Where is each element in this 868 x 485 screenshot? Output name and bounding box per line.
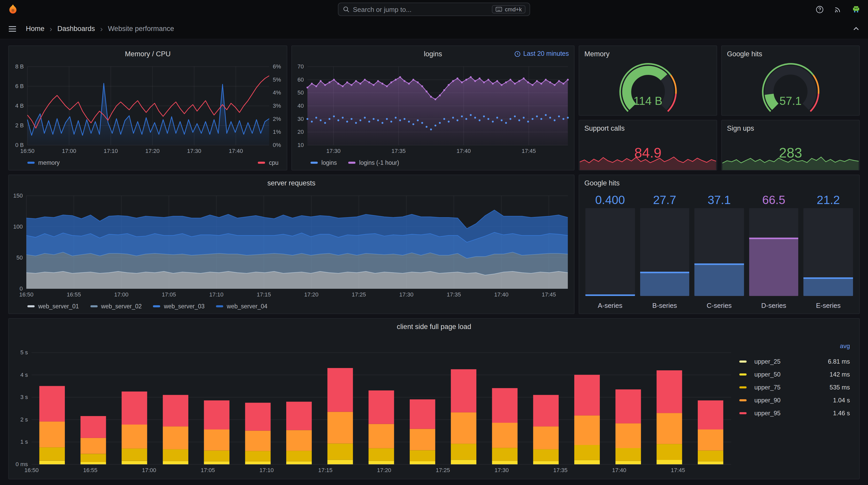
svg-text:57.1: 57.1	[779, 95, 802, 107]
svg-text:17:20: 17:20	[304, 291, 318, 298]
breadcrumb-current: Website performance	[108, 25, 174, 33]
grafana-logo[interactable]	[7, 4, 19, 15]
legend-item-logins[interactable]: logins	[311, 160, 337, 166]
panel-client-page-load: client side full page load 0 ms1 s2 s3 s…	[8, 318, 860, 479]
panel-title[interactable]: Support calls	[584, 124, 625, 132]
legend-marker	[90, 305, 97, 307]
help-icon[interactable]	[815, 5, 824, 14]
svg-text:17:40: 17:40	[494, 291, 508, 298]
legend-marker	[216, 305, 223, 307]
legend-item-memory[interactable]: memory	[27, 160, 60, 166]
panel-header: Google hits	[579, 175, 859, 191]
legend-marker	[311, 162, 318, 164]
legend-label: upper_75	[754, 384, 780, 391]
legend-item-web-server-04[interactable]: web_server_04	[216, 303, 268, 310]
legend-item-logins-1-hour[interactable]: logins (-1 hour)	[348, 160, 399, 166]
breadcrumb-dashboards[interactable]: Dashboards	[57, 25, 95, 33]
legend-row-upper-25[interactable]: upper_256.81 ms	[739, 355, 850, 368]
logins-chart[interactable]: 1020304050607017:3017:3517:4017:45	[292, 61, 574, 157]
legend-label: upper_90	[754, 396, 780, 403]
panel-title[interactable]: Google hits	[584, 179, 620, 187]
dashboard-canvas: Memory / CPU 0 B2 B4 B6 B8 B0%1%2%3%4%5%…	[0, 39, 868, 485]
search-box[interactable]: cmd+k	[338, 3, 530, 16]
svg-text:17:30: 17:30	[326, 148, 340, 154]
bar-value: 21.2	[804, 192, 853, 208]
legend-row-upper-95[interactable]: upper_951.46 s	[739, 407, 850, 419]
legend-item-cpu[interactable]: cpu	[258, 160, 278, 166]
panel-title[interactable]: Memory / CPU	[125, 50, 170, 58]
bar-label: C-series	[694, 296, 744, 310]
legend-item-web-server-03[interactable]: web_server_03	[153, 303, 205, 310]
svg-text:16:50: 16:50	[24, 467, 38, 473]
legend-item-web-server-01[interactable]: web_server_01	[27, 303, 79, 310]
svg-text:4%: 4%	[273, 89, 281, 96]
bar-gauge-column-b-series[interactable]: 27.7 B-series	[640, 192, 689, 310]
svg-text:50: 50	[298, 89, 304, 96]
bar-gauge-column-d-series[interactable]: 66.5 D-series	[749, 192, 799, 310]
client-load-body: 0 ms1 s2 s3 s4 s5 s16:5016:5517:0017:051…	[9, 334, 859, 479]
legend-row-upper-90[interactable]: upper_901.04 s	[739, 394, 850, 407]
server-requests-chart[interactable]: 05010015016:5016:5517:0017:0517:1017:151…	[9, 191, 574, 300]
svg-text:0 ms: 0 ms	[16, 461, 28, 467]
legend-label: upper_95	[754, 409, 780, 417]
top-nav-bar: cmd+k	[0, 0, 868, 19]
news-icon[interactable]	[833, 5, 842, 14]
bar-fill	[694, 263, 744, 296]
panel-title[interactable]: logins	[424, 50, 442, 58]
svg-text:17:00: 17:00	[114, 291, 128, 298]
svg-text:16:50: 16:50	[19, 291, 33, 298]
bar-gauge-column-e-series[interactable]: 21.2 E-series	[804, 192, 853, 310]
bar-track	[585, 208, 635, 296]
panel-header: client side full page load	[9, 319, 859, 334]
svg-text:30: 30	[298, 116, 304, 122]
panel-title[interactable]: Sign ups	[727, 124, 754, 132]
bar-fill	[804, 278, 853, 296]
collapse-chevron-icon[interactable]	[852, 25, 860, 32]
legend-avg-header[interactable]: avg	[739, 343, 850, 355]
panel-sign-ups: Sign ups 283	[721, 120, 860, 170]
bar-label: B-series	[640, 296, 689, 310]
panel-header: logins Last 20 minutes	[292, 46, 574, 61]
svg-text:8 B: 8 B	[15, 63, 24, 70]
svg-text:17:10: 17:10	[209, 291, 223, 298]
bar-value: 0.400	[585, 192, 635, 208]
panel-google-hits-gauge: Google hits 57.1	[721, 45, 860, 116]
panel-title[interactable]: client side full page load	[397, 323, 471, 330]
support-calls-stat: 84.9	[579, 136, 717, 170]
svg-text:17:35: 17:35	[392, 148, 406, 154]
time-range-label[interactable]: Last 20 minutes	[514, 46, 569, 61]
sign-ups-stat: 283	[722, 136, 859, 170]
svg-text:17:45: 17:45	[671, 467, 685, 473]
panel-header: Sign ups	[722, 120, 859, 136]
legend-marker	[348, 162, 355, 164]
svg-text:17:40: 17:40	[457, 148, 471, 154]
memory-cpu-chart[interactable]: 0 B2 B4 B6 B8 B0%1%2%3%4%5%6%16:5017:001…	[9, 61, 287, 157]
legend-row-upper-50[interactable]: upper_50142 ms	[739, 368, 850, 381]
svg-text:100: 100	[13, 223, 23, 230]
panel-google-hits-bars: Google hits 0.400 A-series 27.7 B-series…	[579, 174, 860, 314]
panel-title[interactable]: Memory	[584, 50, 610, 58]
legend-avg-value: 1.04 s	[833, 396, 850, 403]
svg-text:40: 40	[298, 102, 304, 109]
client-load-chart[interactable]: 0 ms1 s2 s3 s4 s5 s16:5016:5517:0017:051…	[9, 334, 735, 479]
bar-label: A-series	[585, 296, 635, 310]
legend-avg-value: 142 ms	[830, 370, 850, 378]
svg-text:17:15: 17:15	[257, 291, 271, 298]
legend-row-upper-75[interactable]: upper_75535 ms	[739, 381, 850, 394]
legend-label: upper_50	[754, 370, 780, 378]
legend-item-web-server-02[interactable]: web_server_02	[90, 303, 142, 310]
search-input[interactable]	[353, 3, 489, 15]
panel-title[interactable]: Google hits	[727, 50, 762, 58]
svg-text:17:30: 17:30	[399, 291, 413, 298]
breadcrumb-home[interactable]: Home	[26, 25, 44, 33]
panel-title[interactable]: server requests	[268, 179, 315, 187]
svg-text:0: 0	[20, 285, 23, 292]
bar-gauge-column-c-series[interactable]: 37.1 C-series	[694, 192, 744, 310]
menu-toggle-icon[interactable]	[8, 25, 17, 33]
svg-text:16:55: 16:55	[83, 467, 97, 473]
legend-marker	[739, 360, 747, 362]
bar-gauge-column-a-series[interactable]: 0.400 A-series	[585, 192, 635, 310]
svg-text:17:10: 17:10	[103, 148, 118, 154]
avatar[interactable]	[851, 5, 861, 14]
breadcrumb-separator: ›	[50, 24, 52, 33]
